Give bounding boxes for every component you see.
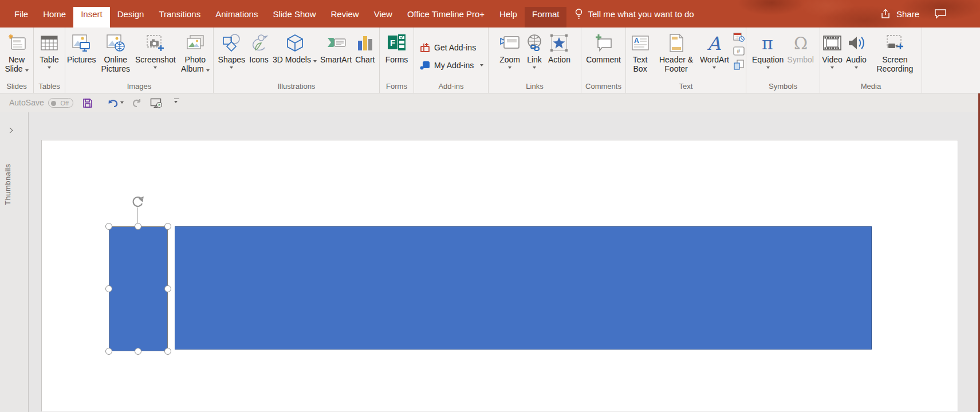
audio-icon — [847, 31, 866, 55]
tab-design[interactable]: Design — [110, 0, 152, 28]
tab-review[interactable]: Review — [323, 0, 366, 28]
tab-transitions[interactable]: Transitions — [151, 0, 208, 28]
icons-label: Icons — [249, 55, 268, 64]
3d-models-button[interactable]: 3D Models — [271, 30, 318, 65]
toggle-knob — [51, 101, 56, 106]
screenshot-label: Screenshot — [135, 55, 176, 64]
comment-icon — [593, 31, 614, 55]
slide-number-button[interactable]: # — [733, 46, 745, 56]
tab-file[interactable]: File — [7, 0, 36, 28]
object-button[interactable] — [733, 60, 745, 70]
tab-insert[interactable]: Insert — [73, 0, 110, 28]
text-box-label: Text Box — [633, 55, 648, 73]
icons-icon — [249, 31, 269, 55]
share-button[interactable]: Share — [880, 9, 919, 19]
group-label-illustrations: Illustrations — [214, 82, 379, 93]
screenshot-button[interactable]: Screenshot — [133, 30, 178, 70]
my-add-ins-button[interactable]: My Add-ins — [420, 61, 483, 70]
icons-button[interactable]: Icons — [247, 30, 271, 65]
start-slideshow-icon — [150, 98, 163, 108]
ribbon-group-slides: New Slide Slides — [0, 28, 34, 93]
shapes-button[interactable]: Shapes — [217, 30, 247, 70]
undo-button[interactable] — [107, 97, 119, 109]
header-footer-button[interactable]: Header & Footer — [654, 30, 698, 74]
thumbnails-panel: Thumbnails — [0, 112, 29, 412]
group-label-text: Text — [626, 82, 746, 93]
resize-handle-bottom-right[interactable] — [164, 348, 171, 355]
smartart-button[interactable]: SmartArt — [318, 30, 353, 65]
start-slideshow-button[interactable] — [150, 97, 163, 109]
photo-album-button[interactable]: Photo Album — [178, 30, 213, 74]
resize-handle-top-left[interactable] — [105, 223, 112, 230]
tab-slide-show[interactable]: Slide Show — [265, 0, 323, 28]
video-button[interactable]: Video — [820, 30, 844, 70]
resize-handle-top-right[interactable] — [164, 223, 171, 230]
date-and-time-button[interactable] — [733, 32, 745, 42]
my-add-ins-label: My Add-ins — [434, 61, 474, 70]
smartart-label: SmartArt — [320, 55, 352, 64]
tab-animations[interactable]: Animations — [208, 0, 265, 28]
dropdown-caret — [48, 66, 51, 69]
pi-glyph: π — [762, 33, 773, 53]
customize-quick-access-toolbar-button[interactable] — [174, 99, 180, 107]
symbol-button: Ω Symbol — [785, 30, 816, 65]
new-slide-button[interactable]: New Slide — [0, 30, 33, 74]
group-label-comments: Comments — [581, 82, 625, 93]
tell-me-label: Tell me what you want to do — [588, 9, 694, 19]
small-rectangle-shape-selected[interactable] — [109, 226, 168, 351]
link-button[interactable]: Link — [522, 30, 546, 70]
comment-button[interactable]: Comment — [584, 30, 623, 65]
dropdown-caret — [713, 66, 716, 69]
equation-button[interactable]: π Equation — [750, 30, 785, 70]
chat-bubble-icon[interactable] — [934, 9, 947, 19]
wordart-icon: A — [705, 31, 724, 55]
rotate-icon — [131, 195, 145, 209]
shapes-icon — [221, 31, 242, 55]
group-label-forms: Forms — [380, 82, 414, 93]
tab-format[interactable]: Format — [525, 0, 567, 28]
symbol-omega-icon: Ω — [791, 31, 810, 55]
action-star-icon — [549, 31, 569, 55]
ribbon-group-illustrations: Shapes Icons — [214, 28, 380, 93]
photo-album-icon — [185, 31, 206, 55]
expand-thumbnails-button[interactable] — [8, 128, 15, 135]
ribbon-group-text: A Text Box Head — [626, 28, 746, 93]
save-button[interactable] — [81, 97, 94, 109]
tab-view[interactable]: View — [367, 0, 400, 28]
dropdown-caret — [230, 66, 233, 69]
resize-handle-middle-left[interactable] — [105, 285, 112, 292]
screen-recording-button[interactable]: Screen Recording — [868, 30, 922, 74]
action-button[interactable]: Action — [546, 30, 572, 65]
equation-label: Equation — [752, 55, 784, 64]
tab-office-timeline-pro[interactable]: Office Timeline Pro+ — [400, 0, 492, 28]
large-rectangle-shape[interactable] — [175, 226, 872, 350]
tab-home[interactable]: Home — [36, 0, 73, 28]
redo-button[interactable] — [131, 97, 143, 109]
quick-access-toolbar: AutoSave Off — [0, 93, 980, 112]
text-box-button[interactable]: A Text Box — [626, 30, 654, 74]
audio-button[interactable]: Audio — [844, 30, 868, 70]
tab-help[interactable]: Help — [492, 0, 525, 28]
resize-handle-bottom-middle[interactable] — [135, 348, 141, 355]
resize-handle-top-middle[interactable] — [135, 223, 141, 230]
powerpoint-window: File Home Insert Design Transitions Anim… — [0, 0, 980, 412]
wordart-label: WordArt — [700, 55, 729, 64]
dropdown-caret — [831, 66, 834, 69]
chart-button[interactable]: Chart — [353, 30, 376, 65]
autosave-toggle[interactable]: Off — [48, 98, 73, 108]
resize-handle-bottom-left[interactable] — [105, 348, 112, 355]
wordart-button[interactable]: A WordArt — [698, 30, 731, 70]
forms-button[interactable]: F Forms — [384, 30, 410, 65]
undo-dropdown-caret[interactable] — [120, 101, 124, 104]
rotation-handle[interactable] — [131, 195, 145, 209]
screenshot-icon — [145, 31, 165, 55]
table-button[interactable]: Table — [38, 30, 60, 70]
audio-label: Audio — [846, 55, 867, 64]
get-add-ins-button[interactable]: Get Add-ins — [420, 42, 476, 53]
pictures-button[interactable]: Pictures — [65, 30, 98, 65]
online-pictures-button[interactable]: Online Pictures — [98, 30, 133, 74]
tell-me-box[interactable]: Tell me what you want to do — [566, 0, 702, 28]
zoom-button[interactable]: Zoom — [497, 30, 522, 70]
resize-handle-middle-right[interactable] — [164, 285, 171, 292]
text-mini-buttons: # — [731, 30, 746, 70]
